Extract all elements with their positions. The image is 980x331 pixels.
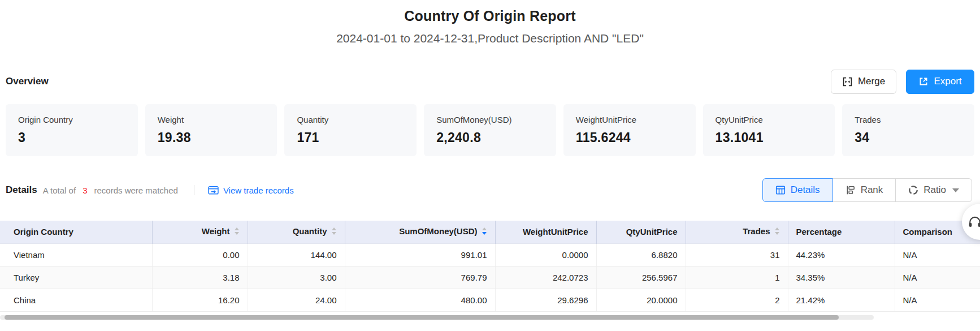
summary-divider <box>194 185 194 195</box>
rank-view-button[interactable]: Rank <box>833 178 896 202</box>
view-trade-records-link[interactable]: View trade records <box>208 186 294 195</box>
stat-card: Weight19.38 <box>145 104 277 156</box>
column-header-label: Comparison <box>903 227 953 237</box>
details-view-label: Details <box>791 184 820 196</box>
sort-icon <box>482 227 487 237</box>
details-summary-area: Details A total of 3 records were matche… <box>6 184 294 196</box>
horizontal-scrollbar-thumb[interactable] <box>5 315 839 320</box>
table-row: China16.2024.00480.0029.629620.0000221.4… <box>0 289 980 311</box>
table-cell: 16.20 <box>152 289 248 311</box>
table-cell: 0.0000 <box>495 243 596 266</box>
table-row: Vietnam0.00144.00991.010.00006.88203144.… <box>0 243 980 266</box>
ratio-view-button[interactable]: Ratio <box>896 178 972 202</box>
table-cell: 3.00 <box>248 266 345 289</box>
table-cell: 2 <box>686 289 788 311</box>
chevron-down-icon <box>952 188 959 192</box>
stat-card-value: 115.6244 <box>576 130 683 145</box>
table-cell: 480.00 <box>345 289 495 311</box>
overview-bar: Overview Merge <box>6 69 974 94</box>
table-cell: 144.00 <box>248 243 345 266</box>
details-view-button[interactable]: Details <box>762 178 833 202</box>
matched-count: 3 <box>80 186 89 195</box>
column-header-sumofmoney-usd[interactable]: SumOfMoney(USD) <box>345 221 495 243</box>
overview-actions: Merge Export <box>831 70 974 94</box>
column-header-qtyunitprice: QtyUnitPrice <box>596 221 686 243</box>
table-cell: 242.0723 <box>495 266 596 289</box>
column-header-label: QtyUnitPrice <box>626 227 678 237</box>
merge-button[interactable]: Merge <box>831 70 896 94</box>
column-header-origin-country: Origin Country <box>0 221 152 243</box>
column-header-label: SumOfMoney(USD) <box>399 226 477 236</box>
stat-card-label: Origin Country <box>18 115 125 124</box>
table-cell: Vietnam <box>0 243 152 266</box>
table-cell: 991.01 <box>345 243 495 266</box>
table-cell: 44.23% <box>788 243 895 266</box>
column-header-label: Weight <box>202 226 230 236</box>
stat-card-label: Quantity <box>297 115 404 124</box>
table-grid-icon <box>775 185 786 195</box>
column-header-label: Trades <box>743 226 770 236</box>
rank-view-label: Rank <box>861 184 883 196</box>
stat-card-label: WeightUnitPrice <box>576 115 683 124</box>
stat-card-label: Trades <box>855 115 962 124</box>
table-cell: 34.35% <box>788 266 895 289</box>
view-trade-records-label: View trade records <box>223 186 294 195</box>
ratio-view-label: Ratio <box>923 184 946 196</box>
stat-card-label: Weight <box>158 115 265 124</box>
column-header-label: Quantity <box>293 226 327 236</box>
table-cell: 6.8820 <box>596 243 686 266</box>
sort-icon <box>234 227 240 237</box>
stat-card: QtyUnitPrice13.1041 <box>703 104 835 156</box>
page-subtitle: 2024-01-01 to 2024-12-31,Product Descrip… <box>0 32 980 45</box>
overview-stat-cards: Origin Country3Weight19.38Quantity171Sum… <box>6 104 974 156</box>
column-header-trades[interactable]: Trades <box>686 221 788 243</box>
stat-card-value: 171 <box>297 130 404 145</box>
table-cell: 24.00 <box>248 289 345 311</box>
stat-card-label: QtyUnitPrice <box>716 115 823 124</box>
stat-card-value: 19.38 <box>158 130 265 145</box>
overview-heading: Overview <box>6 76 49 87</box>
view-switcher: Details Rank Ratio <box>762 178 972 202</box>
stat-card: Origin Country3 <box>6 104 138 156</box>
export-button-label: Export <box>934 76 961 87</box>
details-bar: Details A total of 3 records were matche… <box>6 178 974 203</box>
headset-icon <box>967 214 980 230</box>
stat-card: WeightUnitPrice115.6244 <box>563 104 696 156</box>
sort-icon <box>331 227 337 237</box>
stat-card-value: 2,240.8 <box>436 130 544 145</box>
details-table: Origin CountryWeightQuantitySumOfMoney(U… <box>0 221 980 312</box>
table-header-row: Origin CountryWeightQuantitySumOfMoney(U… <box>0 221 980 243</box>
table-cell: 256.5967 <box>596 266 686 289</box>
table-row: Turkey3.183.00769.79242.0723256.5967134.… <box>0 266 980 289</box>
merge-button-label: Merge <box>858 76 885 87</box>
table-cell: 0.00 <box>152 243 248 266</box>
table-cell: 20.0000 <box>596 289 686 311</box>
table-cell: N/A <box>895 289 980 311</box>
column-header-quantity[interactable]: Quantity <box>248 221 345 243</box>
match-summary: A total of 3 records were matched <box>43 186 178 195</box>
table-cell: 1 <box>686 266 788 289</box>
summary-prefix: A total of <box>43 186 76 195</box>
details-table-wrap: Origin CountryWeightQuantitySumOfMoney(U… <box>0 221 980 320</box>
stat-card: SumOfMoney(USD)2,240.8 <box>424 104 556 156</box>
stat-card-value: 3 <box>18 130 125 145</box>
column-header-label: WeightUnitPrice <box>523 227 588 237</box>
column-header-percentage: Percentage <box>788 221 895 243</box>
summary-suffix: records were matched <box>94 186 177 195</box>
rank-icon <box>845 185 856 195</box>
page-title: Country Of Origin Report <box>0 0 980 24</box>
table-cell: China <box>0 289 152 311</box>
table-cell: N/A <box>895 266 980 289</box>
stat-card-label: SumOfMoney(USD) <box>436 115 544 124</box>
table-cell: 769.79 <box>345 266 495 289</box>
country-of-origin-report-page: Country Of Origin Report 2024-01-01 to 2… <box>0 0 980 331</box>
horizontal-scrollbar-track[interactable] <box>0 315 874 320</box>
column-header-weight[interactable]: Weight <box>152 221 248 243</box>
export-button[interactable]: Export <box>906 70 974 94</box>
column-header-weightunitprice: WeightUnitPrice <box>495 221 596 243</box>
table-cell: Turkey <box>0 266 152 289</box>
sort-icon <box>774 227 780 237</box>
trade-records-icon <box>208 186 219 195</box>
column-header-label: Origin Country <box>14 227 73 237</box>
column-header-label: Percentage <box>796 227 842 237</box>
